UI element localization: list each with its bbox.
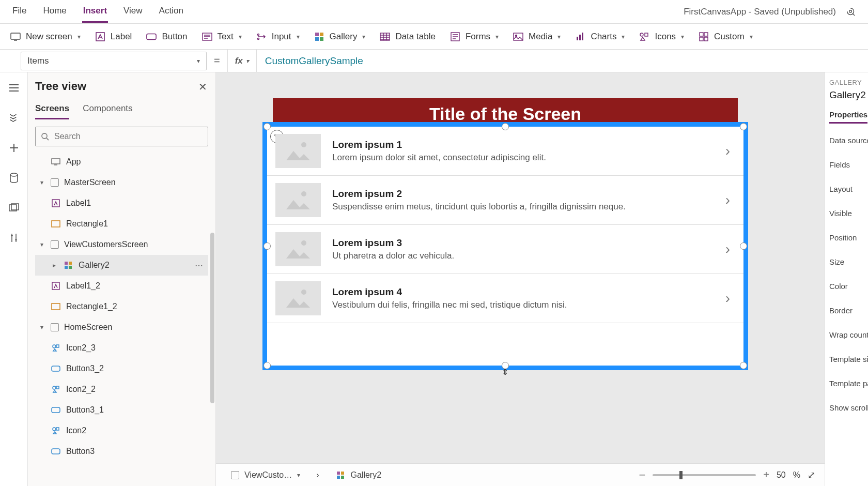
zoom-slider[interactable] [653, 474, 756, 476]
formula-input[interactable]: CustomGallerySample [257, 55, 371, 67]
tree-node-icon2[interactable]: Icon2 [35, 420, 208, 441]
ribbon-forms[interactable]: Forms▾ [450, 32, 499, 42]
svg-point-24 [10, 173, 18, 176]
close-icon[interactable]: ✕ [198, 81, 207, 93]
prop-wrap-count[interactable]: Wrap count [829, 330, 864, 339]
ribbon-gallery[interactable]: Gallery▾ [314, 32, 366, 42]
tab-screens[interactable]: Screens [35, 103, 69, 119]
menu-home[interactable]: Home [42, 1, 67, 23]
ribbon-media[interactable]: Media▾ [513, 32, 561, 42]
gallery-item[interactable]: Lorem ipsum 4Vestibulum dui felis, fring… [267, 274, 743, 323]
data-icon[interactable] [8, 172, 20, 184]
chevron-right-icon[interactable]: › [725, 192, 735, 208]
tab-properties[interactable]: Properties [829, 110, 867, 124]
resize-handle[interactable] [264, 362, 271, 369]
menu-insert[interactable]: Insert [82, 1, 108, 23]
button-icon [51, 363, 61, 374]
prop-color[interactable]: Color [829, 282, 864, 291]
chevron-down-icon[interactable]: ▾ [38, 241, 45, 248]
tree-node-viewcustomers[interactable]: ▾ViewCustomersScreen [35, 234, 208, 255]
tools-icon[interactable] [8, 232, 20, 244]
menu-action[interactable]: Action [158, 1, 184, 23]
resize-handle[interactable] [740, 242, 747, 250]
add-icon[interactable] [8, 142, 20, 154]
ribbon-new-screen[interactable]: New screen▾ [10, 32, 81, 42]
ribbon-charts[interactable]: Charts▾ [575, 32, 625, 42]
ribbon-data-table[interactable]: Data table [380, 32, 436, 42]
tab-components[interactable]: Components [83, 103, 132, 119]
zoom-out-button[interactable]: − [639, 468, 645, 482]
chevron-down-icon[interactable]: ▾ [38, 324, 45, 331]
more-icon[interactable]: ⋯ [195, 261, 203, 270]
tree-node-homescreen[interactable]: ▾HomeScreen [35, 317, 208, 338]
resize-handle[interactable] [740, 123, 747, 130]
prop-template-size[interactable]: Template siz [829, 355, 864, 363]
search-input[interactable] [35, 127, 208, 146]
property-selector[interactable]: Items ▾ [21, 52, 207, 70]
ribbon-input[interactable]: Input▾ [256, 32, 300, 42]
prop-fields[interactable]: Fields [829, 160, 864, 169]
ribbon-custom[interactable]: Custom▾ [699, 32, 753, 42]
resize-handle[interactable] [264, 123, 271, 130]
prop-position[interactable]: Position [829, 233, 864, 242]
ribbon-icons[interactable]: Icons▾ [639, 32, 684, 42]
tree-node-masterscreen[interactable]: ▾MasterScreen [35, 172, 208, 193]
tree-node-gallery2[interactable]: ▸Gallery2⋯ [35, 255, 208, 276]
gallery-selection[interactable]: ✎ Lorem ipsum 1Lorem ipsum dolor sit ame… [262, 122, 748, 370]
svg-rect-50 [337, 472, 340, 475]
breadcrumb-screen[interactable]: ViewCusto…▾ [225, 468, 306, 482]
ribbon-label[interactable]: Label [95, 32, 132, 42]
chevron-right-icon[interactable]: › [725, 290, 735, 307]
tree-node-rectangle1-2[interactable]: Rectangle1_2 [35, 296, 208, 317]
tree-view-icon[interactable] [8, 112, 20, 124]
menu-file[interactable]: File [11, 1, 27, 23]
tree-node-rectangle1[interactable]: Rectangle1 [35, 214, 208, 234]
hamburger-icon[interactable] [8, 82, 20, 94]
svg-rect-1 [11, 33, 20, 39]
tree-node-button3-2[interactable]: Button3_2 [35, 358, 208, 379]
tree-node-button3-1[interactable]: Button3_1 [35, 400, 208, 420]
ribbon-button[interactable]: Button [146, 32, 187, 42]
properties-panel: GALLERY Gallery2 Properties Data source … [825, 72, 868, 486]
canvas[interactable]: Title of the Screen ✎ Lorem ipsum 1Lorem… [216, 72, 825, 486]
resize-handle[interactable] [740, 362, 747, 369]
breadcrumb-control[interactable]: Gallery2 [330, 467, 388, 483]
menu-view[interactable]: View [122, 1, 144, 23]
scrollbar-thumb[interactable] [210, 233, 214, 403]
prop-visible[interactable]: Visible [829, 209, 864, 218]
resize-handle[interactable] [502, 123, 509, 130]
prop-show-scrollbar[interactable]: Show scrollb [829, 403, 864, 412]
gallery-item[interactable]: Lorem ipsum 1Lorem ipsum dolor sit amet,… [267, 127, 743, 176]
tree-node-icon2-3[interactable]: Icon2_3 [35, 338, 208, 358]
chevron-down-icon: ▾ [681, 33, 684, 40]
fx-button[interactable]: fx▾ [227, 50, 257, 72]
gallery-item[interactable]: Lorem ipsum 2Suspendisse enim metus, tin… [267, 176, 743, 225]
tree-node-label1-2[interactable]: Label1_2 [35, 276, 208, 296]
tree-node-button3[interactable]: Button3 [35, 441, 208, 462]
prop-border[interactable]: Border [829, 306, 864, 315]
prop-layout[interactable]: Layout [829, 185, 864, 193]
chevron-right-icon[interactable]: ▸ [51, 262, 58, 269]
chevron-right-icon[interactable]: › [725, 241, 735, 257]
media-icon[interactable] [8, 202, 20, 214]
checkbox[interactable] [51, 240, 59, 249]
chevron-right-icon[interactable]: › [725, 143, 735, 159]
prop-template-padding[interactable]: Template pa [829, 379, 864, 388]
gallery-item[interactable]: Lorem ipsum 3Ut pharetra a dolor ac vehi… [267, 225, 743, 274]
tree-node-label1[interactable]: Label1 [35, 193, 208, 214]
zoom-in-button[interactable]: + [763, 469, 769, 481]
tree-node-icon2-2[interactable]: Icon2_2 [35, 379, 208, 400]
checkbox[interactable] [231, 471, 239, 479]
chevron-down-icon[interactable]: ▾ [38, 179, 45, 186]
checkbox[interactable] [51, 178, 59, 187]
app-checker-icon[interactable] [845, 6, 857, 18]
svg-rect-22 [700, 37, 703, 41]
resize-handle[interactable] [264, 242, 271, 250]
prop-data-source[interactable]: Data source [829, 136, 864, 145]
tree-node-app[interactable]: App [35, 151, 208, 172]
fit-to-screen-icon[interactable]: ⤢ [808, 469, 815, 481]
gallery-control[interactable]: Lorem ipsum 1Lorem ipsum dolor sit amet,… [267, 127, 743, 366]
checkbox[interactable] [51, 323, 59, 331]
ribbon-text[interactable]: Text▾ [202, 32, 242, 42]
prop-size[interactable]: Size [829, 257, 864, 266]
